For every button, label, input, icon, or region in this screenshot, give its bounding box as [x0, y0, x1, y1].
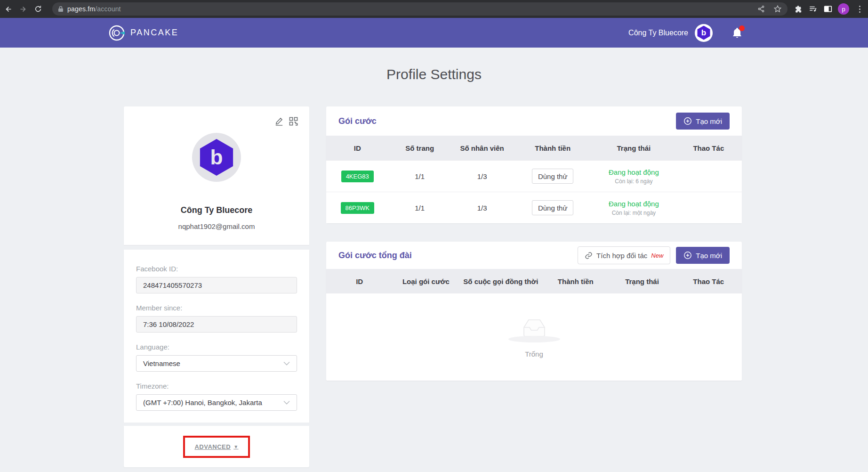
chevron-down-icon: [283, 400, 290, 405]
section-divider: [124, 245, 309, 250]
trial-button[interactable]: Dùng thử: [532, 169, 574, 184]
timezone-label: Timezone:: [136, 382, 297, 390]
bookmark-star-icon[interactable]: [773, 5, 782, 13]
empty-state: Trống: [326, 293, 742, 381]
status-text: Đang hoạt động: [592, 168, 675, 176]
browser-toolbar: pages.fm/account p: [0, 0, 868, 18]
new-badge: New: [651, 252, 663, 259]
lock-icon: [58, 6, 64, 12]
member-since-field: 7:36 10/08/2022: [136, 316, 297, 333]
plans-table-header: ID Số trang Số nhân viên Thành tiền Trạn…: [326, 136, 742, 160]
callcenter-card-title: Gói cước tổng đài: [338, 251, 578, 260]
language-label: Language:: [136, 343, 297, 351]
language-select[interactable]: Vietnamese: [136, 355, 297, 372]
profile-name: Công Ty Bluecore: [124, 205, 309, 215]
extensions-icon[interactable]: [793, 4, 804, 14]
table-row: 86P3WK 1/1 1/3 Dùng thử Đang hoạt động C…: [326, 192, 742, 223]
plan-id-badge: 86P3WK: [341, 202, 374, 214]
facebook-id-label: Facebook ID:: [136, 265, 297, 273]
share-icon[interactable]: [757, 5, 765, 13]
back-icon[interactable]: [3, 3, 14, 15]
status-text: Đang hoạt động: [592, 200, 675, 208]
brand-name: PANCAKE: [130, 28, 178, 38]
address-bar[interactable]: pages.fm/account: [52, 2, 788, 16]
timezone-select[interactable]: (GMT +7:00) Hanoi, Bangkok, Jakarta: [136, 394, 297, 411]
profile-avatar[interactable]: b: [192, 133, 241, 182]
profile-email: nqphat1902@gmail.com: [124, 222, 309, 230]
edit-profile-icon[interactable]: [275, 117, 283, 126]
account-name[interactable]: Công Ty Bluecore: [628, 29, 688, 37]
callcenter-table-header: ID Loại gói cước Số cuộc gọi đồng thời T…: [326, 269, 742, 293]
notification-badge: [739, 25, 745, 31]
qr-code-icon[interactable]: [289, 117, 298, 126]
profile-card: b Công Ty Bluecore nqphat1902@gmail.com …: [124, 106, 309, 467]
status-subtext: Còn lại: 6 ngày: [592, 178, 675, 185]
chevron-down-icon: [283, 361, 290, 366]
create-plan-button[interactable]: Tạo mới: [676, 113, 730, 130]
side-panel-icon[interactable]: [823, 4, 833, 14]
caret-down-icon: ▼: [233, 444, 238, 449]
advanced-toggle-button[interactable]: ADVANCED▼: [194, 443, 238, 450]
app-header: PANCAKE Công Ty Bluecore b: [0, 18, 868, 48]
link-icon: [585, 252, 593, 260]
plan-id-badge: 4KEG83: [341, 171, 374, 182]
pancake-logo-icon: [107, 24, 126, 42]
notifications-bell-icon[interactable]: [731, 27, 743, 39]
annotation-highlight-box: ADVANCED▼: [183, 436, 250, 458]
url-text: pages.fm/account: [67, 5, 121, 13]
callcenter-card: Gói cước tổng đài Tích hợp đối tác New T…: [326, 242, 742, 381]
facebook-id-field: 248471405570273: [136, 277, 297, 293]
empty-state-label: Trống: [525, 350, 543, 358]
plans-card-title: Gói cước: [338, 116, 676, 126]
browser-profile-avatar[interactable]: p: [838, 3, 849, 15]
status-subtext: Còn lại: một ngày: [592, 210, 675, 216]
reload-icon[interactable]: [32, 3, 44, 15]
member-since-label: Member since:: [136, 304, 297, 312]
plus-circle-icon: [683, 251, 692, 260]
forward-icon[interactable]: [17, 3, 28, 15]
trial-button[interactable]: Dùng thử: [532, 200, 574, 215]
table-row: 4KEG83 1/1 1/3 Dùng thử Đang hoạt động C…: [326, 160, 742, 192]
plus-circle-icon: [683, 117, 692, 125]
browser-menu-icon[interactable]: [854, 4, 865, 14]
page-title: Profile Settings: [0, 66, 868, 82]
account-avatar[interactable]: b: [695, 24, 713, 42]
partner-integration-button[interactable]: Tích hợp đối tác New: [578, 246, 670, 264]
plans-card: Gói cước Tạo mới ID Số trang Số nhân viê…: [326, 106, 742, 223]
media-controls-icon[interactable]: [808, 4, 818, 14]
pancake-logo[interactable]: PANCAKE: [107, 18, 178, 48]
create-callcenter-plan-button[interactable]: Tạo mới: [676, 247, 730, 264]
section-divider: [124, 423, 309, 426]
